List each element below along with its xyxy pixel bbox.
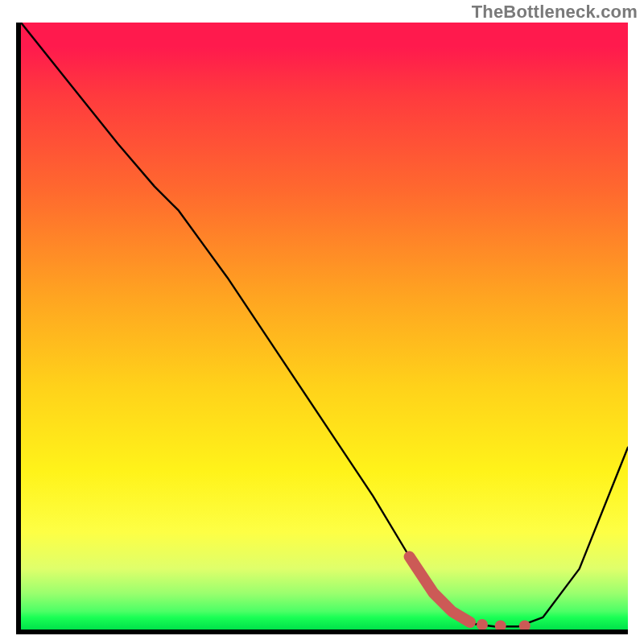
plot-area — [21, 23, 628, 630]
optimal-markers — [477, 619, 530, 630]
optimal-marker-dot — [477, 619, 488, 630]
chart-frame: TheBottleneck.com — [0, 0, 644, 644]
attribution-label: TheBottleneck.com — [472, 2, 638, 23]
optimal-marker-dot — [495, 621, 506, 630]
chart-overlay — [21, 23, 628, 630]
optimal-range-highlight — [410, 557, 470, 623]
bottleneck-curve — [21, 23, 628, 626]
optimal-marker-dot — [519, 621, 530, 630]
